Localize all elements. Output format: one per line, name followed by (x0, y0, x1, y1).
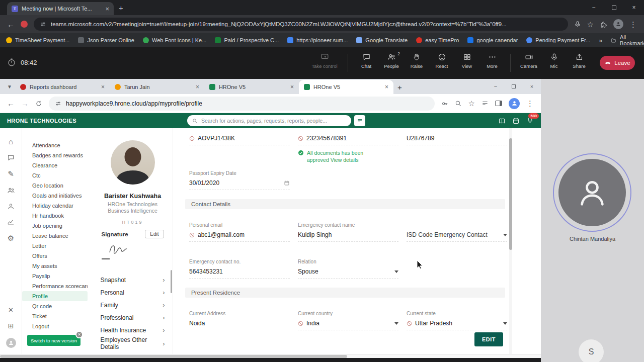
isd-code-select[interactable]: ISD Code Emergency Contact (407, 222, 507, 242)
handbook-icon[interactable] (498, 117, 506, 125)
tab-close-icon[interactable]: × (290, 83, 294, 90)
emergency-contact-name-field[interactable]: Emergency contact name Kuldip Singh (298, 222, 398, 242)
person-icon[interactable] (7, 203, 15, 210)
hrone-logo[interactable]: HRONE TECHNOLOGIES (7, 118, 76, 124)
refresh-icon[interactable] (35, 100, 42, 107)
reading-list-icon[interactable] (481, 100, 489, 107)
scrollbar-thumb[interactable] (509, 138, 512, 250)
chrome-tab[interactable]: Reports dashboard× (15, 80, 110, 94)
current-state-select[interactable]: Current state Uttar Pradesh (407, 311, 507, 330)
chrome-tab[interactable]: Tarun Jain× (110, 80, 204, 94)
raise-hand-button[interactable]: Raise (405, 47, 428, 69)
address-bar[interactable]: happyworkplace9.hrone.cloud/app/myprofil… (49, 97, 435, 111)
zoom-icon[interactable] (455, 100, 462, 107)
user-avatar-icon[interactable] (6, 338, 16, 348)
dismiss-icon[interactable]: ✕ (75, 331, 83, 338)
analytics-icon[interactable] (7, 218, 15, 226)
bookmark-item[interactable]: Json Parser Online (78, 37, 134, 43)
camera-button[interactable]: Camera (517, 47, 540, 69)
calendar-icon[interactable] (512, 117, 520, 125)
sidebar-item-ctc[interactable]: Ctc (22, 170, 88, 180)
exit-icon[interactable]: ✕ (8, 306, 14, 314)
sidebar-item-hr-handbook[interactable]: Hr handbook (22, 211, 88, 221)
switch-new-version-button[interactable]: Switch to new version ✕ (27, 335, 80, 346)
sidebar-item-leave-balance[interactable]: Leave balance (22, 231, 88, 241)
edit-button[interactable]: EDIT (474, 332, 503, 346)
bookmark-item[interactable]: Web Font Icons | Ke... (143, 37, 206, 43)
chrome-tab[interactable]: HROne V5× (204, 80, 299, 94)
sidebar-item-logout[interactable]: Logout (22, 321, 88, 331)
site-settings-icon[interactable] (55, 101, 61, 107)
emergency-contact-no-field[interactable]: Emergency contact no. 5643453231 (189, 259, 290, 279)
passport-expiry-field[interactable]: Passport Expiry Date 30/01/2020 (189, 170, 290, 190)
sidebar-item-badges[interactable]: Badges and rewards (22, 150, 88, 160)
bookmark-item[interactable]: easy TimePro (416, 37, 459, 43)
side-panel-icon[interactable] (495, 101, 502, 106)
calendar-icon[interactable] (284, 180, 290, 186)
sidebar-item-performance[interactable]: Performance scorecard (22, 281, 88, 291)
sidebar-item-goals[interactable]: Goals and initiatives (22, 191, 88, 201)
scrollbar-thumb[interactable] (171, 270, 172, 293)
sidebar-item-geo-location[interactable]: Geo location (22, 180, 88, 191)
bookmark-item[interactable]: Pending Payment Fr... (526, 37, 590, 43)
sidebar-item-payslip[interactable]: Payslip (22, 271, 88, 281)
global-search[interactable] (187, 115, 351, 126)
page-scrollbar[interactable] (509, 128, 512, 354)
view-button[interactable]: View (455, 47, 478, 69)
compose-icon[interactable]: ✎ (8, 169, 14, 178)
chrome-tab-active[interactable]: HROne V5× (299, 80, 393, 94)
bookmark-item[interactable]: Google Translate (356, 37, 408, 43)
notifications-button[interactable]: 589 (526, 116, 534, 126)
sidebar-item-attendance[interactable]: Attendance (22, 140, 88, 150)
home-icon[interactable]: ⌂ (9, 137, 13, 146)
menu-kebab-icon[interactable]: ⋮ (526, 100, 534, 107)
tab-close-icon[interactable]: × (385, 83, 388, 90)
back-icon[interactable]: ← (7, 100, 15, 107)
menu-item-family[interactable]: Family› (101, 299, 165, 311)
share-button[interactable]: Share (568, 47, 591, 69)
address-bar[interactable]: teams.microsoft.com/v2/?meetingjoin=true… (34, 18, 568, 31)
tab-close-icon[interactable]: × (105, 5, 109, 13)
sidebar-item-profile[interactable]: Profile (22, 291, 88, 301)
menu-item-personal[interactable]: Personal› (101, 286, 165, 299)
bookmarks-overflow-icon[interactable]: » (599, 37, 602, 44)
menu-item-snapshot[interactable]: Snapshot› (101, 274, 165, 286)
new-tab-button[interactable]: + (397, 83, 402, 92)
close-button[interactable]: × (624, 0, 644, 15)
sidebar-item-job-opening[interactable]: Job opening (22, 221, 88, 231)
bookmark-item[interactable]: google canendar (467, 37, 518, 43)
extensions-puzzle-icon[interactable] (600, 21, 607, 28)
sidebar-item-my-assets[interactable]: My assets (22, 261, 88, 271)
relation-select[interactable]: Relation Spouse (298, 259, 398, 279)
apps-grid-icon[interactable]: ⊞ (8, 322, 14, 330)
new-tab-button[interactable]: + (119, 4, 123, 12)
menu-item-professional[interactable]: Professional› (101, 311, 165, 324)
current-address-field[interactable]: Current Address Noida (189, 311, 290, 330)
current-country-select[interactable]: Current country India (298, 311, 398, 330)
menu-item-employees-other-details[interactable]: Employees Other Details› (101, 336, 165, 350)
search-input[interactable] (201, 118, 346, 124)
bookmark-item[interactable]: https://pioneer.sum... (287, 37, 348, 43)
bookmark-item[interactable]: TimeSheet Payment... (6, 37, 69, 43)
password-key-icon[interactable] (441, 100, 448, 107)
teams-browser-tab[interactable]: T Meeting now | Microsoft Te... × (7, 2, 114, 15)
menu-item-health-insurance[interactable]: Health Insurance› (101, 324, 165, 336)
sidebar-item-holiday-calendar[interactable]: Holiday calendar (22, 201, 88, 211)
participant-avatar[interactable] (558, 159, 626, 226)
sidebar-item-offers[interactable]: Offers (22, 251, 88, 261)
scrollbar-thumb[interactable] (0, 355, 347, 358)
more-button[interactable]: More (480, 47, 504, 69)
people-button[interactable]: 2 People (380, 47, 403, 69)
chat-button[interactable]: Chat (355, 47, 378, 69)
horizontal-scrollbar[interactable] (0, 354, 541, 358)
site-info-icon[interactable] (40, 21, 46, 27)
minimize-button[interactable]: − (487, 79, 505, 94)
sidebar-item-ticket[interactable]: Ticket (22, 311, 88, 321)
tab-search-icon[interactable]: ▼ (7, 84, 12, 89)
sidebar-item-letter[interactable]: Letter (22, 241, 88, 251)
advanced-search-icon[interactable] (354, 115, 365, 126)
menu-kebab-icon[interactable]: ⋮ (629, 21, 637, 28)
recording-extension-icon[interactable] (21, 21, 28, 28)
profile-photo[interactable] (111, 140, 155, 185)
all-bookmarks-button[interactable]: All Bookmarks (611, 34, 644, 46)
